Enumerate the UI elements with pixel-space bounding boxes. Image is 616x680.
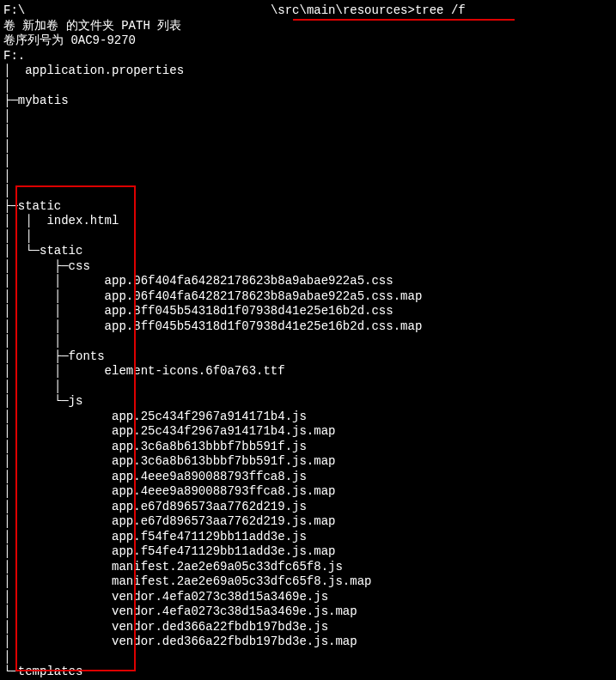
tree-pipe: │ bbox=[3, 154, 616, 169]
tree-file-entry: │ app.f54fe471129bb11add3e.js.map bbox=[3, 544, 616, 560]
tree-file-entry: │ app.4eee9a890088793ffca8.js.map bbox=[3, 484, 616, 500]
tree-file-entry: │ app.25c434f2967a914171b4.js.map bbox=[3, 424, 616, 440]
command-underline-annotation bbox=[293, 19, 515, 21]
tree-file-entry: │ │ app.8ff045b54318d1f07938d41e25e16b2d… bbox=[3, 304, 616, 319]
tree-dir-templates: └─templates bbox=[3, 665, 616, 680]
tree-file-entry: │ vendor.4efa0273c38d15a3469e.js bbox=[3, 590, 616, 605]
tree-dir-css: │ ├─css bbox=[3, 259, 616, 275]
tree-pipe: │ bbox=[3, 79, 616, 94]
header-line-3: F:. bbox=[3, 49, 616, 64]
tree-file-entry: │ vendor.4efa0273c38d15a3469e.js.map bbox=[3, 604, 616, 620]
tree-file-entry: │ app.3c6a8b613bbbf7bb591f.js.map bbox=[3, 454, 616, 470]
drive-label: F:\ bbox=[3, 3, 25, 17]
tree-pipe: │ bbox=[3, 650, 616, 665]
tree-pipe: │ bbox=[3, 109, 616, 124]
tree-pipe: │ │ bbox=[3, 379, 616, 395]
tree-dir-js: │ └─js bbox=[3, 394, 616, 410]
tree-pipe: │ │ bbox=[3, 334, 616, 349]
path-suffix: \src\main\resources> bbox=[271, 3, 415, 17]
tree-file-entry: │ │ app.8ff045b54318d1f07938d41e25e16b2d… bbox=[3, 319, 616, 335]
tree-dir-fonts: │ ├─fonts bbox=[3, 349, 616, 365]
header-line-1: 卷 新加卷 的文件夹 PATH 列表 bbox=[3, 19, 616, 34]
tree-file-entry: │ app.f54fe471129bb11add3e.js bbox=[3, 530, 616, 545]
tree-file-entry: │ app.e67d896573aa7762d219.js.map bbox=[3, 514, 616, 530]
tree-command: tree /f bbox=[415, 3, 466, 17]
command-prompt-line: F:\ \src\main\resources>tree /f bbox=[3, 3, 616, 19]
tree-file-entry: │ app.3c6a8b613bbbf7bb591f.js bbox=[3, 440, 616, 455]
tree-dir-static-nested: │ └─static bbox=[3, 244, 616, 259]
tree-dir-mybatis: ├─mybatis bbox=[3, 94, 616, 109]
tree-file-entry: │ app.4eee9a890088793ffca8.js bbox=[3, 470, 616, 485]
tree-file-entry: │ │ app.06f404fa64282178623b8a9abae922a5… bbox=[3, 289, 616, 305]
tree-file-entry: │ vendor.ded366a22fbdb197bd3e.js bbox=[3, 620, 616, 635]
tree-dir-static: ├─static bbox=[3, 199, 616, 215]
tree-file-entry: │ app.e67d896573aa7762d219.js bbox=[3, 500, 616, 515]
tree-file-entry: │ │ index.html bbox=[3, 214, 616, 229]
tree-file-entry: │ │ app.06f404fa64282178623b8a9abae922a5… bbox=[3, 274, 616, 289]
tree-pipe: │ │ bbox=[3, 229, 616, 245]
tree-pipe: │ bbox=[3, 169, 616, 185]
tree-file-entry: │ manifest.2ae2e69a05c33dfc65f8.js.map bbox=[3, 574, 616, 590]
header-line-2: 卷序列号为 0AC9-9270 bbox=[3, 33, 616, 49]
tree-file-entry: │ app.25c434f2967a914171b4.js bbox=[3, 410, 616, 425]
tree-pipe: │ bbox=[3, 184, 616, 199]
tree-pipe: │ bbox=[3, 139, 616, 155]
tree-file-entry: │ application.properties bbox=[3, 64, 616, 79]
tree-pipe: │ bbox=[3, 124, 616, 139]
tree-file-entry: │ │ element-icons.6f0a763.ttf bbox=[3, 364, 616, 379]
tree-file-entry: │ vendor.ded366a22fbdb197bd3e.js.map bbox=[3, 634, 616, 650]
tree-file-entry: │ manifest.2ae2e69a05c33dfc65f8.js bbox=[3, 560, 616, 575]
